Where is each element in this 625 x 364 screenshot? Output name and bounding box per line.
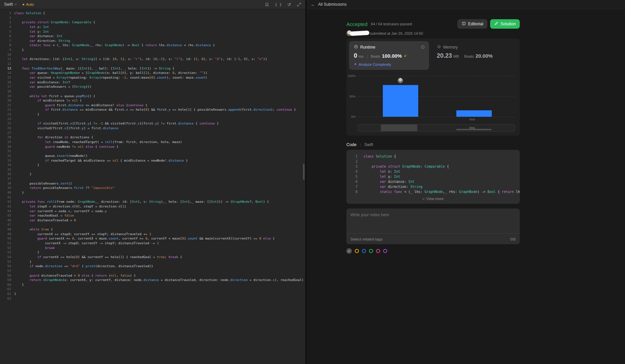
language-selector[interactable]: Swift [4, 2, 17, 7]
code-line: 41 [0, 195, 302, 200]
chart-zoom-slider[interactable]: 4ms [358, 124, 515, 132]
editor-scrollbar-thumb[interactable] [303, 164, 305, 180]
code-line: 12 [0, 61, 302, 66]
user-avatar-marker [398, 78, 403, 83]
tab-code[interactable]: Code [346, 142, 357, 147]
code-line: 15 var visited = Array(repeating: Array(… [0, 75, 302, 80]
line-number: 22 [0, 107, 11, 112]
analyze-complexity-link[interactable]: ✦ Analyze Complexity [354, 62, 424, 66]
code-line: 38 possibleAnswers.sort() [0, 181, 302, 186]
code-line: 2 [0, 16, 302, 20]
submitted-timestamp: submitted at Jan 26, 2026 14:50 [370, 31, 423, 35]
autosave-indicator: Auto [23, 2, 34, 6]
bookmark-icon[interactable] [265, 2, 269, 7]
code-line: 21 guard first.distance <= minDistance! … [0, 103, 302, 108]
tag-color-option[interactable] [376, 249, 380, 253]
code-line: 3 private struct GraphNode: Comparable { [0, 20, 302, 25]
memory-unit: MB [453, 54, 459, 58]
reset-code-icon[interactable]: ↺ [287, 2, 291, 7]
status-accepted: Accepted [346, 21, 368, 27]
line-number: 13 [0, 66, 11, 71]
code-line: 53 } [0, 250, 302, 255]
editor-toolbar: Swift Auto { } ↺ [0, 0, 305, 9]
tag-color-option[interactable] [383, 249, 387, 253]
code-line: 57 [0, 269, 302, 273]
line-number: 15 [0, 75, 11, 80]
back-arrow-icon[interactable]: ← [311, 2, 315, 7]
clock-icon [354, 45, 358, 50]
code-line: 13 func findShortestWay(_ maze: [[Int]],… [0, 66, 302, 71]
code-line: 22 if first.distance == minDistance && f… [0, 107, 302, 112]
code-line: 25 if visited[first.x][first.y] != -1 &&… [0, 121, 302, 126]
code-line: 46 var distanceTraveled = 0 [0, 218, 302, 223]
format-code-icon[interactable]: { } [275, 2, 282, 7]
submission-content: Accepted 64 / 64 testcases passed Editor… [346, 19, 520, 254]
line-number: 5 [346, 174, 358, 179]
tag-color-none-selected[interactable]: ✓ [346, 248, 352, 254]
tag-color-option[interactable] [362, 249, 366, 253]
related-tags-bar[interactable]: Select related tags 0/5 [346, 233, 520, 244]
line-number: 62 [0, 291, 11, 296]
view-more-label: View more [426, 197, 444, 201]
code-tabs-row: Code | Swift [346, 142, 520, 147]
line-number: 58 [0, 273, 11, 278]
code-line: 37 [0, 176, 302, 181]
memory-stat-card[interactable]: Memory 20.23 MB Beats 20.00% [437, 41, 493, 59]
stat-divider: | [367, 54, 368, 59]
line-number: 14 [0, 71, 11, 75]
runtime-distribution-bar[interactable] [456, 110, 492, 117]
slider-thumb[interactable] [381, 124, 417, 131]
book-icon [461, 21, 466, 27]
tag-color-options [355, 249, 387, 253]
code-line: 24 [0, 117, 302, 121]
solution-button[interactable]: Solution [490, 19, 520, 29]
submitted-code-snippet: 1class Solution {23 private struct Graph… [346, 150, 520, 204]
line-number: 6 [346, 179, 358, 184]
code-line: 14 var queue: Heap<GraphNode> = [GraphNo… [0, 71, 302, 75]
line-number: 49 [0, 232, 11, 236]
tag-color-option[interactable] [369, 249, 373, 253]
celebration-icon [403, 53, 408, 59]
solution-button-label: Solution [501, 22, 516, 26]
line-number: 42 [0, 199, 11, 204]
runtime-stat-card[interactable]: Runtime 0 ms | Beats 100.00% [349, 41, 429, 70]
line-number: 27 [0, 131, 11, 135]
code-line: 26 visited[first.x][first.y] = first.dis… [0, 126, 302, 131]
tag-color-option[interactable] [355, 249, 359, 253]
line-number: 20 [0, 98, 11, 103]
editorial-button[interactable]: Editorial [457, 19, 487, 29]
line-number: 48 [0, 227, 11, 232]
code-editor-panel: Swift Auto { } ↺ 1class Solution {23 pri… [0, 0, 305, 364]
notes-input[interactable]: Write your notes here [346, 208, 520, 233]
snippet-lines: 1class Solution {23 private struct Graph… [346, 154, 520, 194]
info-icon[interactable] [421, 45, 425, 51]
line-number: 17 [0, 84, 11, 89]
code-line: 33 if reachedTarget && minDistance == ni… [0, 158, 302, 163]
autosave-label: Auto [26, 2, 34, 6]
code-line: 18 [0, 89, 302, 94]
editorial-button-label: Editorial [468, 22, 483, 26]
code-line: 7 var direction: String [0, 38, 302, 43]
submitted-row: submitted at Jan 26, 2026 14:50 [346, 30, 520, 36]
runtime-distribution-bar[interactable] [383, 85, 418, 117]
code-line: 28 for direction in directions { [0, 135, 302, 140]
line-number: 63 [0, 296, 11, 301]
status-row: Accepted 64 / 64 testcases passed Editor… [346, 19, 520, 29]
code-line: 8 static func < (_ lhs: GraphNode,_ rhs:… [346, 189, 520, 194]
chart-gridline [358, 76, 515, 76]
testcases-passed: 64 / 64 testcases passed [371, 22, 412, 26]
code-line: 49 currentX += stepX; currentY += stepY;… [0, 232, 302, 236]
line-number: 36 [0, 172, 11, 176]
line-number: 16 [0, 80, 11, 85]
line-number: 4 [346, 169, 358, 174]
editor-toolbar-icons: { } ↺ [265, 2, 301, 7]
view-more-button[interactable]: View more [346, 194, 520, 203]
line-number: 1 [346, 154, 358, 159]
chart-plot-area[interactable]: 100%50%0% [358, 76, 515, 117]
code-editor[interactable]: 1class Solution {23 private struct Graph… [0, 9, 302, 301]
fullscreen-icon[interactable] [297, 2, 301, 7]
chart-ytick-label: 50% [349, 95, 356, 98]
code-line: 34 } [0, 163, 302, 167]
all-submissions-link[interactable]: All Submissions [318, 2, 347, 7]
code-line: 6 var distance: Int [0, 34, 302, 38]
